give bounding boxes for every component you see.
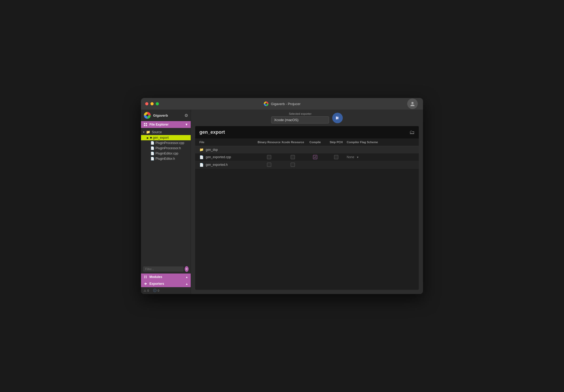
svg-point-4: [146, 114, 148, 116]
exporter-section: Selected exporter Xcode (macOS) Visual S…: [271, 112, 329, 123]
exporter-select[interactable]: Xcode (macOS) Visual Studio 2019 Linux M…: [271, 116, 329, 123]
svg-point-12: [146, 277, 147, 278]
modules-arrow-icon: ▲: [185, 276, 188, 278]
source-section-label: ▾ 📁 Source: [141, 129, 191, 135]
top-toolbar: Selected exporter Xcode (macOS) Visual S…: [191, 110, 423, 126]
file-icon: 📄: [199, 163, 204, 167]
binary-resource-checkbox-2[interactable]: [257, 163, 281, 167]
col-compile: Compile: [305, 141, 326, 144]
user-avatar[interactable]: [407, 99, 418, 109]
exporters-header[interactable]: Exporters ▲: [141, 280, 191, 287]
main-window: Gigaverb - Projucer: [141, 98, 423, 294]
add-file-button[interactable]: +: [185, 266, 189, 272]
project-name: Gigaverb: [153, 114, 168, 117]
table-row[interactable]: 📁 gen_dsp: [195, 146, 419, 153]
file-explorer-header[interactable]: File Explorer ▼: [141, 121, 191, 128]
exporter-select-wrapper: Xcode (macOS) Visual Studio 2019 Linux M…: [271, 116, 329, 123]
file-icon: 📄: [199, 155, 204, 159]
skip-pch-checkbox-1[interactable]: [326, 155, 347, 159]
xcode-resource-checkbox-2[interactable]: [281, 163, 305, 167]
content-header: gen_export 🗂: [195, 126, 419, 138]
sidebar-item-plugin-processor-cpp[interactable]: 📄 PluginProcessor.cpp: [141, 140, 191, 146]
exporter-label: Selected exporter: [289, 112, 311, 115]
svg-rect-7: [144, 125, 145, 126]
file-icon-2: 📄: [150, 146, 154, 150]
file-explorer-arrow-icon: ▼: [185, 123, 188, 126]
minimize-button[interactable]: [150, 102, 154, 105]
xcode-resource-check-1[interactable]: [291, 155, 295, 159]
modules-header-left: Modules: [144, 275, 162, 279]
file-explorer-label: File Explorer: [149, 123, 169, 126]
titlebar: Gigaverb - Projucer: [141, 98, 423, 110]
file-icon-3: 📄: [150, 152, 154, 155]
user-icon: [410, 101, 415, 107]
svg-rect-6: [146, 123, 147, 124]
run-icon: [335, 115, 340, 121]
status-bar: ⚠ 0 ⓘ 0: [141, 287, 191, 294]
xcode-resource-check-2[interactable]: [291, 163, 295, 167]
col-file: File: [199, 141, 257, 144]
content-title: gen_export: [199, 130, 225, 135]
file-tree: ▾ 📁 Source ▶ ■ gen_export 📄 PluginProces…: [141, 128, 191, 265]
file-table: File Binary Resource Xcode Resource Comp…: [195, 138, 419, 290]
file-cell-gen-exported-cpp: 📄 gen_exported.cpp: [199, 155, 257, 159]
skip-pch-check-1[interactable]: [334, 155, 338, 159]
juce-logo-icon: [264, 101, 269, 106]
exporters-arrow-icon: ▲: [185, 282, 188, 285]
file-cell-gen-dsp: 📁 gen_dsp: [199, 148, 257, 152]
sidebar-item-plugin-processor-h[interactable]: 📄 PluginProcessor.h: [141, 146, 191, 151]
settings-icon[interactable]: ⚙: [184, 113, 188, 118]
svg-point-9: [144, 276, 145, 277]
compiler-flag-dropdown-icon: ▼: [356, 156, 359, 159]
traffic-lights: [145, 102, 159, 105]
filter-bar: +: [141, 265, 191, 274]
svg-rect-8: [146, 125, 147, 126]
svg-point-10: [146, 276, 147, 277]
table-header: File Binary Resource Xcode Resource Comp…: [195, 138, 419, 146]
file-explorer-header-left: File Explorer: [144, 123, 169, 126]
sidebar-item-plugin-editor-cpp[interactable]: 📄 PluginEditor.cpp: [141, 151, 191, 156]
col-xcode-resource: Xcode Resource: [281, 141, 305, 144]
filter-input[interactable]: [143, 266, 184, 272]
sidebar-item-gen-export[interactable]: ▶ ■ gen_export: [141, 135, 191, 140]
compile-check-1[interactable]: [313, 155, 317, 159]
file-cell-gen-exported-h: 📄 gen_exported.h: [199, 163, 257, 167]
file-explorer-icon: [144, 123, 147, 126]
exporters-header-left: Exporters: [144, 282, 164, 286]
project-header: Gigaverb ⚙: [141, 110, 191, 121]
svg-point-2: [411, 102, 414, 104]
table-row[interactable]: 📄 gen_exported.h: [195, 161, 419, 169]
compiler-flag-cell-1[interactable]: None ▼: [347, 155, 415, 159]
xcode-resource-checkbox-1[interactable]: [281, 155, 305, 159]
col-binary-resource: Binary Resource: [257, 141, 281, 144]
binary-resource-checkbox-1[interactable]: [257, 155, 281, 159]
main-area: Selected exporter Xcode (macOS) Visual S…: [191, 110, 423, 294]
close-button[interactable]: [145, 102, 148, 105]
col-compiler-flag-scheme: Compiler Flag Scheme: [347, 141, 415, 144]
window-title: Gigaverb - Projucer: [264, 101, 301, 106]
compile-checkbox-1[interactable]: [305, 155, 326, 159]
project-info: Gigaverb: [144, 112, 168, 119]
project-logo-icon: [144, 112, 151, 119]
info-icon: ⓘ: [153, 288, 157, 293]
main-content: Gigaverb ⚙ File Explorer ▼: [141, 110, 423, 294]
run-button[interactable]: [332, 113, 343, 123]
maximize-button[interactable]: [156, 102, 159, 105]
chevron-down-icon: ▾: [143, 131, 144, 133]
warning-icon: ⚠: [144, 289, 146, 292]
table-row[interactable]: 📄 gen_exported.cpp: [195, 153, 419, 161]
sidebar-item-plugin-editor-h[interactable]: 📄 PluginEditor.h: [141, 156, 191, 161]
binary-resource-check-1[interactable]: [267, 155, 271, 159]
svg-marker-16: [336, 116, 339, 120]
info-status: ⓘ 0: [153, 288, 159, 293]
chevron-right-icon: ▶: [147, 136, 149, 139]
folder-icon: 📁: [199, 148, 204, 152]
folder-open-icon[interactable]: 🗂: [409, 129, 415, 135]
col-skip-pch: Skip PCH: [326, 141, 347, 144]
binary-resource-check-2[interactable]: [267, 163, 271, 167]
modules-header[interactable]: Modules ▲: [141, 274, 191, 280]
svg-point-1: [265, 103, 267, 105]
warning-status: ⚠ 0: [144, 289, 149, 292]
exporters-icon: [144, 282, 147, 286]
sidebar: Gigaverb ⚙ File Explorer ▼: [141, 110, 191, 294]
